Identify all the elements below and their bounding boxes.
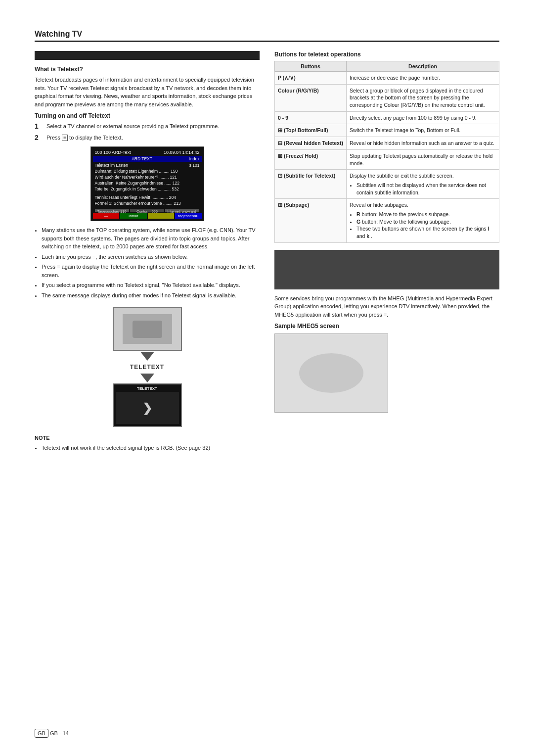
diagram-label-1: TELETEXT — [130, 362, 164, 373]
desc-top-bottom: Switch the Teletext image to Top, Bottom… — [346, 124, 499, 137]
left-header-bar — [35, 51, 260, 60]
note-section: NOTE Teletext will not work if the selec… — [35, 435, 260, 452]
desc-subpage-main: Reveal or hide subpages. — [350, 202, 408, 208]
teletext-footer-g: Inhalt — [120, 213, 147, 219]
subtitle-note-1: Subtitles will not be displayed when the… — [356, 182, 496, 196]
teletext-footer: — Inhalt tagesschau — [93, 213, 202, 219]
desc-subpage-list: R button: Move to the previous subpage. … — [356, 211, 496, 240]
table-row: P (∧/∨) Increase or decrease the page nu… — [275, 72, 499, 85]
teletext-footer-r: — — [93, 213, 120, 219]
teletext-line1: ARD TEXT — [132, 156, 152, 161]
step-1: 1 Select a TV channel or external source… — [35, 122, 260, 131]
sample-mheg-screen — [274, 333, 388, 413]
button-freeze: ⊠ (Freeze/ Hold) — [275, 149, 347, 169]
desc-colour: Select a group or block of pages display… — [346, 84, 499, 111]
step-1-num: 1 — [35, 122, 43, 130]
right-column: Buttons for teletext operations Buttons … — [274, 51, 499, 455]
note-bullet-1: Teletext will not work if the selected s… — [42, 444, 260, 452]
teletext-header-right: 10.09.04 14:14:42 — [164, 150, 200, 155]
desc-p: Increase or decrease the page number. — [346, 72, 499, 85]
desc-freeze: Stop updating Teletext pages automatical… — [346, 149, 499, 169]
page-number: GB - 14 — [50, 730, 69, 736]
mheg-paragraph: Some services bring you programmes with … — [274, 294, 499, 319]
table-row: 0 - 9 Directly select any page from 100 … — [275, 111, 499, 124]
note-bullet-list: Teletext will not work if the selected s… — [42, 444, 260, 452]
diagram-label-2-inner: TELETEXT — [116, 386, 179, 391]
subpage-r: R button: Move to the previous subpage. — [356, 211, 496, 218]
arrow-down-2 — [140, 374, 154, 382]
table-row: Colour (R/G/Y/B) Select a group or block… — [275, 84, 499, 111]
what-is-teletext-body: Teletext broadcasts pages of information… — [35, 76, 260, 108]
teletext-line2-row: Teletext im Ersten s 101 — [95, 163, 200, 169]
step-2: 2 Press ≡ to display the Teletext. — [35, 134, 260, 142]
desc-0-9: Directly select any page from 100 to 899… — [346, 111, 499, 124]
diagram-tv-top — [113, 307, 182, 351]
button-colour: Colour (R/G/Y/B) — [275, 84, 347, 111]
desc-subpage: Reveal or hide subpages. R button: Move … — [346, 199, 499, 242]
sample-screen-inner — [299, 353, 363, 393]
buttons-table: Buttons Description P (∧/∨) Increase or … — [274, 61, 499, 243]
diagram-area: TELETEXT TELETEXT ❯ — [35, 307, 260, 427]
desc-subtitle-main: Display the subtitle or exit the subtitl… — [350, 173, 454, 179]
bullet-item-2: Each time you press ≡, the screen switch… — [42, 253, 260, 261]
bullet-item-4: If you select a programme with no Telete… — [42, 281, 260, 289]
page-title: Watching TV — [35, 30, 499, 42]
teletext-line3: Bulmahn: Bildung statt Eigenheim .......… — [95, 169, 200, 175]
diagram-tv-bottom: TELETEXT ❯ — [113, 383, 182, 427]
subpage-g: G button: Move to the following subpage. — [356, 218, 496, 226]
step-2-text: Press ≡ to display the Teletext. — [46, 134, 123, 142]
teletext-footer-y — [148, 213, 175, 219]
note-title: NOTE — [35, 435, 260, 441]
buttons-table-title: Buttons for teletext operations — [274, 51, 499, 58]
button-reveal: ⊟ (Reveal hidden Teletext) — [275, 137, 347, 150]
teletext-line4: Wird auch der Nahverkehr teurer? .......… — [95, 175, 200, 181]
turning-on-heading: Turning on and off Teletext — [35, 112, 260, 119]
teletext-footer-b: tagesschau — [175, 213, 202, 219]
button-p: P (∧/∨) — [275, 72, 347, 85]
diagram-tv-screen — [123, 314, 172, 344]
table-row: ⊞ (Subpage) Reveal or hide subpages. R b… — [275, 199, 499, 242]
teletext-ard-text: ARD TEXT Index — [93, 156, 202, 162]
bullet-item-5: The same message displays during other m… — [42, 291, 260, 300]
button-subpage: ⊞ (Subpage) — [275, 199, 347, 242]
teletext-screen: 100 100 ARD-Text 10.09.04 14:14:42 ARD T… — [90, 146, 204, 221]
table-row: ⊡ (Subtitle for Teletext) Display the su… — [275, 170, 499, 199]
table-row: ⊠ (Freeze/ Hold) Stop updating Teletext … — [275, 149, 499, 169]
teletext-line6: Tote bei Zugungück in Schweden .........… — [95, 187, 200, 192]
teletext-body: Teletext im Ersten s 101 Bulmahn: Bildun… — [93, 162, 202, 213]
diagram-tv-screen-inner — [133, 321, 162, 338]
teletext-line9: Formel 1: Schumacher ernout vorne ......… — [95, 201, 200, 207]
teletext-line2: Teletext im Ersten — [95, 163, 129, 169]
button-top-bottom: ⊞ (Top/ Bottom/Full) — [275, 124, 347, 137]
desc-reveal: Reveal or hide hidden information such a… — [346, 137, 499, 150]
diagram-arrow-right: ❯ — [142, 401, 152, 415]
sample-screen-title: Sample MHEG5 screen — [274, 323, 499, 330]
teletext-line2-right: s 101 — [189, 163, 200, 169]
bullet-item-3: Press ≡ again to display the Teletext on… — [42, 263, 260, 279]
desc-subtitle-list: Subtitles will not be displayed when the… — [356, 182, 496, 196]
bullet-list: Many stations use the TOP operating syst… — [42, 226, 260, 299]
bullet-item-1: Many stations use the TOP operating syst… — [42, 226, 260, 251]
gb-badge: GB — [35, 729, 48, 738]
button-subtitle: ⊡ (Subtitle for Teletext) — [275, 170, 347, 199]
step-1-text: Select a TV channel or external source p… — [46, 122, 219, 131]
teletext-screen-header: 100 100 ARD-Text 10.09.04 14:14:42 — [93, 149, 202, 156]
col-header-buttons: Buttons — [275, 61, 347, 72]
what-is-teletext-heading: What is Teletext? — [35, 66, 260, 73]
table-row: ⊞ (Top/ Bottom/Full) Switch the Teletext… — [275, 124, 499, 137]
table-row: ⊟ (Reveal hidden Teletext) Reveal or hid… — [275, 137, 499, 150]
teletext-line8: Tennis: Haas unterliegt Hewitt .........… — [95, 195, 200, 201]
arrow-down-1 — [140, 352, 154, 361]
button-0-9: 0 - 9 — [275, 111, 347, 124]
step-2-num: 2 — [35, 134, 43, 142]
teletext-line5: Australien: Keine Zugangshindrnisse ....… — [95, 181, 200, 187]
page-footer: GB GB - 14 — [35, 730, 69, 736]
subpage-note: These two buttons are shown on the scree… — [356, 225, 496, 239]
desc-subtitle: Display the subtitle or exit the subtitl… — [346, 170, 499, 199]
teletext-line1-right: Index — [189, 156, 200, 161]
teletext-bottom-rows: Tagesgschau 110 TV Contur... 506 Interne… — [95, 209, 200, 212]
diagram-tv-bottom-screen: ❯ — [116, 392, 179, 424]
teletext-header-left: 100 100 ARD-Text — [95, 150, 131, 155]
col-header-description: Description — [346, 61, 499, 72]
dark-box — [274, 250, 499, 289]
